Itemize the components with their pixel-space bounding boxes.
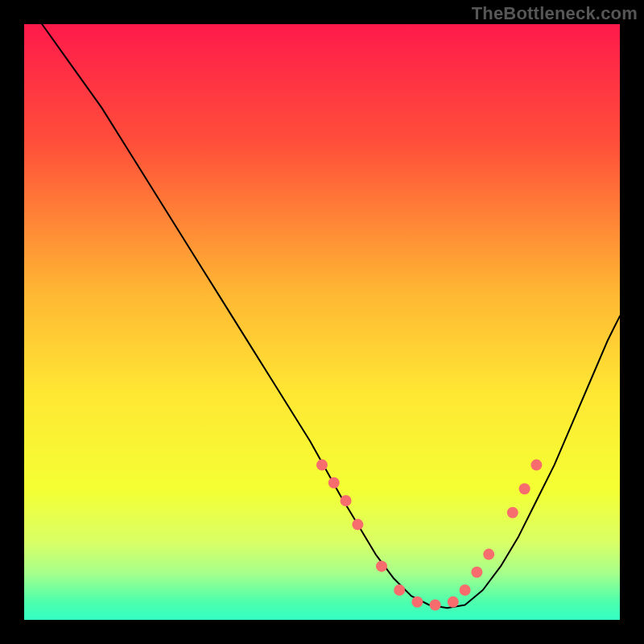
scatter-dot [352,519,363,530]
scatter-dot [448,597,459,608]
scatter-dot [519,483,530,494]
scatter-dot [471,567,482,578]
chart-background [24,24,620,620]
watermark-text: TheBottleneck.com [472,3,638,24]
scatter-dot [316,460,328,471]
scatter-dot [328,477,340,489]
scatter-dot [483,549,494,560]
scatter-dot [507,507,518,518]
chart-container: TheBottleneck.com [0,0,644,644]
scatter-dot [430,600,441,611]
scatter-dot [411,597,423,608]
scatter-dot [460,584,471,596]
scatter-dot [341,495,352,506]
scatter-dot [376,560,387,572]
scatter-dot [394,584,405,596]
chart-svg [0,0,644,644]
scatter-dot [530,460,542,471]
